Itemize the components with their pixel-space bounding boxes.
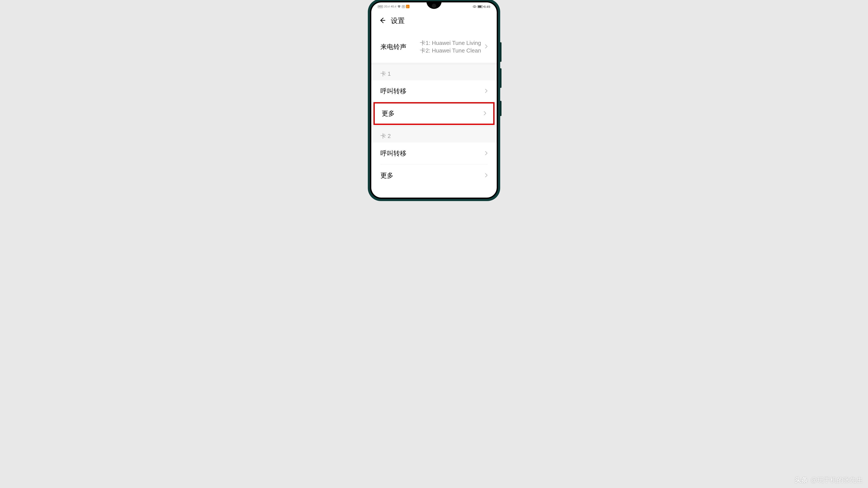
divider xyxy=(371,63,497,65)
sim-icon: ⊡ xyxy=(402,5,405,8)
page-header: 设置 xyxy=(371,11,497,31)
watermark-author: @玩手机的张先生 xyxy=(811,476,863,485)
status-time: 6:49 xyxy=(484,5,490,8)
phone-screen: HD2 2G.ıl 4G.ıl ⊡ ▷ 6:49 xyxy=(371,2,497,198)
sim1-call-forward-row[interactable]: 呼叫转移 xyxy=(371,80,497,102)
row-label: 呼叫转移 xyxy=(380,149,406,158)
sim2-more-row[interactable]: 更多 xyxy=(371,165,497,187)
page-title: 设置 xyxy=(391,16,405,26)
hd-icon: HD2 xyxy=(378,5,383,8)
sim2-call-forward-row[interactable]: 呼叫转移 xyxy=(371,142,497,164)
row-label: 更多 xyxy=(382,109,395,118)
wifi-icon xyxy=(397,5,401,8)
row-label: 更多 xyxy=(380,171,394,180)
row-label: 呼叫转移 xyxy=(380,87,406,96)
phone-side-buttons xyxy=(500,42,501,123)
signal-4g-icon: 4G.ıl xyxy=(391,5,396,8)
eye-comfort-icon xyxy=(473,5,476,8)
app-icon: ▷ xyxy=(406,5,409,8)
chevron-right-icon xyxy=(485,173,488,178)
chevron-right-icon xyxy=(485,151,488,156)
watermark-brand: 头条 xyxy=(795,476,808,485)
ringtone-value: 卡1: Huawei Tune Living 卡2: Huawei Tune C… xyxy=(406,39,485,55)
signal-2g-icon: 2G.ıl xyxy=(384,5,390,8)
ringtone-row[interactable]: 来电铃声 卡1: Huawei Tune Living 卡2: Huawei T… xyxy=(371,31,497,63)
back-button[interactable] xyxy=(379,17,385,25)
section-header-sim2: 卡 2 xyxy=(371,127,497,142)
ringtone-label: 来电铃声 xyxy=(380,42,406,52)
section-header-sim1: 卡 1 xyxy=(371,65,497,80)
sim1-more-row[interactable]: 更多 xyxy=(373,102,495,125)
phone-frame: HD2 2G.ıl 4G.ıl ⊡ ▷ 6:49 xyxy=(368,0,500,201)
chevron-right-icon xyxy=(485,44,488,50)
divider xyxy=(371,125,497,127)
watermark: 头条 @玩手机的张先生 xyxy=(795,476,863,485)
chevron-right-icon xyxy=(484,111,486,116)
chevron-right-icon xyxy=(485,89,488,94)
battery-icon xyxy=(477,5,483,8)
